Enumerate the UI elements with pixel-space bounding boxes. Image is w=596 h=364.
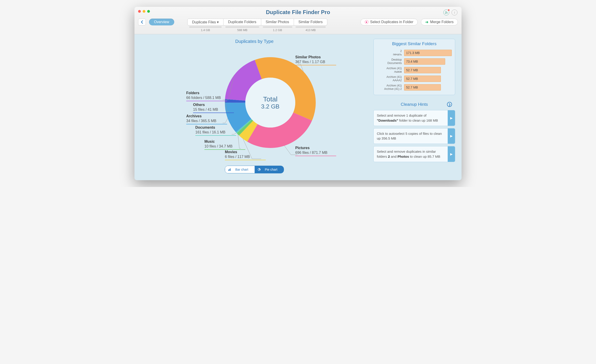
merge-folders-label: Merge Folders — [430, 20, 454, 24]
slice-label-pictures: Pictures696 files / 871.7 MB — [295, 146, 336, 156]
pie-chart-icon — [258, 168, 261, 171]
titlebar: Duplicate File Finder Pro i Overview Dup… — [134, 7, 462, 34]
folder-name: Archive (41)львов — [377, 67, 402, 73]
slice-label-folders: Folders66 folders / 588.1 MB — [186, 91, 227, 101]
merge-folders-button[interactable]: ➜ Merge Folders — [421, 19, 458, 25]
folder-name: Archive (41)AAAA2 — [377, 75, 402, 82]
hint-text: Click to autoselect 5 copies of files to… — [374, 128, 448, 144]
biggest-similar-title: Biggest Similar Folders — [374, 39, 455, 49]
main-content: Duplicates by Type Total 3.2 GB Similar … — [134, 34, 462, 180]
tab-duplicate-folders: Duplicate Folders588 MB — [224, 19, 261, 32]
tab-button[interactable]: Similar Photos — [261, 19, 294, 25]
slice-label-movies: Movies6 files / 117 MB — [225, 150, 266, 160]
donut-chart: Total 3.2 GB Similar Photos367 files / 1… — [161, 48, 348, 161]
chart-toggle: Bar chart Pie chart — [141, 166, 368, 173]
tab-group: Duplicate Files ▾1.4 GBDuplicate Folders… — [187, 19, 328, 32]
overview-button[interactable]: Overview — [149, 19, 174, 25]
tab-button[interactable]: Similar Folders — [294, 19, 328, 25]
folder-row[interactable]: 2печать 171.3 MB — [374, 49, 455, 57]
chart-area: Duplicates by Type Total 3.2 GB Similar … — [141, 39, 368, 173]
bar-chart-icon — [228, 168, 231, 171]
play-icon: ▶ — [448, 128, 455, 144]
cleanup-hint[interactable]: Click to autoselect 5 copies of files to… — [373, 128, 455, 144]
tab-progress-bar — [189, 27, 222, 28]
svg-rect-4 — [230, 168, 231, 171]
play-icon: ▶ — [448, 146, 455, 162]
app-title: Duplicate File Finder Pro — [266, 9, 330, 15]
tab-duplicate-files: Duplicate Files ▾1.4 GB — [187, 19, 224, 32]
slice-label-similar-photos: Similar Photos367 files / 1.17 GB — [295, 55, 336, 65]
svg-rect-3 — [229, 169, 230, 171]
merge-icon: ➜ — [425, 20, 428, 24]
svg-point-1 — [245, 78, 295, 128]
folder-name: 2печать — [377, 50, 402, 56]
tab-progress-bar — [296, 27, 326, 28]
slice-label-others: Others15 files / 41 MB — [193, 102, 234, 113]
info-icon[interactable]: i — [452, 9, 457, 15]
back-button[interactable] — [138, 19, 146, 25]
cleanup-hint[interactable]: Select and remove duplicates in similar … — [373, 146, 455, 162]
tab-similar-folders: Similar Folders413 MB — [294, 19, 328, 32]
chart-title: Duplicates by Type — [141, 39, 368, 44]
tab-progress-bar — [263, 27, 292, 28]
rss-icon[interactable] — [443, 9, 449, 15]
play-icon: ▶ — [448, 110, 455, 126]
folder-name: DesktopDocuments — [377, 58, 402, 65]
app-window: Duplicate File Finder Pro i Overview Dup… — [134, 7, 462, 180]
tab-progress-bar — [225, 27, 259, 28]
tab-size-label: 1.4 GB — [201, 28, 210, 32]
target-icon — [365, 20, 368, 24]
tab-size-label: 1.2 GB — [273, 28, 282, 32]
folder-row[interactable]: Archive (41)львов 52.7 MB — [374, 66, 455, 74]
donut-svg — [225, 57, 316, 148]
folder-size-bar: 52.7 MB — [404, 76, 441, 82]
folder-size-bar: 52.7 MB — [404, 84, 441, 91]
tab-size-label: 588 MB — [237, 28, 247, 32]
folder-size-bar: 73.4 MB — [404, 58, 445, 65]
folder-size-bar: 52.7 MB — [404, 67, 441, 73]
svg-rect-2 — [228, 169, 229, 171]
tab-button[interactable]: Duplicate Folders — [224, 19, 261, 25]
cleanup-hint[interactable]: Select and remove 1 duplicate of "Downlo… — [373, 110, 455, 126]
chevron-left-icon — [141, 20, 143, 24]
slice-label-archives: Archives34 files / 365.5 MB — [186, 114, 227, 124]
slice-label-documents: Documents161 files / 16.1 MB — [195, 125, 236, 136]
hint-text: Select and remove duplicates in similar … — [374, 146, 448, 162]
select-duplicates-button[interactable]: Select Duplicates in Folder — [360, 19, 418, 25]
cleanup-hints-panel: Cleanup Hints ❯ Select and remove 1 dupl… — [373, 100, 455, 164]
tab-similar-photos: Similar Photos1.2 GB — [261, 19, 294, 32]
slice-label-music: Music10 files / 34.7 MB — [204, 139, 245, 150]
folder-row[interactable]: Archive (41)AAAA2 52.7 MB — [374, 74, 455, 83]
tab-button[interactable]: Duplicate Files ▾ — [187, 19, 224, 25]
folder-row[interactable]: DesktopDocuments 73.4 MB — [374, 57, 455, 66]
svg-point-0 — [445, 13, 446, 14]
cleanup-hints-title: Cleanup Hints — [382, 100, 447, 109]
hint-text: Select and remove 1 duplicate of "Downlo… — [374, 110, 448, 126]
chevron-right-icon[interactable]: ❯ — [447, 102, 452, 107]
folder-size-bar: 171.3 MB — [404, 50, 452, 56]
bar-chart-toggle[interactable]: Bar chart — [225, 166, 255, 173]
tab-size-label: 413 MB — [305, 28, 316, 32]
pie-chart-toggle[interactable]: Pie chart — [255, 166, 284, 173]
select-duplicates-label: Select Duplicates in Folder — [370, 20, 413, 24]
biggest-similar-panel: Biggest Similar Folders 2печать 171.3 MB… — [373, 39, 455, 95]
folder-row[interactable]: Archive (41)Archive (41) 2 52.7 MB — [374, 83, 455, 92]
folder-name: Archive (41)Archive (41) 2 — [377, 84, 402, 91]
toolbar: Overview Duplicate Files ▾1.4 GBDuplicat… — [134, 17, 462, 34]
side-panel: Biggest Similar Folders 2печать 171.3 MB… — [373, 39, 455, 173]
